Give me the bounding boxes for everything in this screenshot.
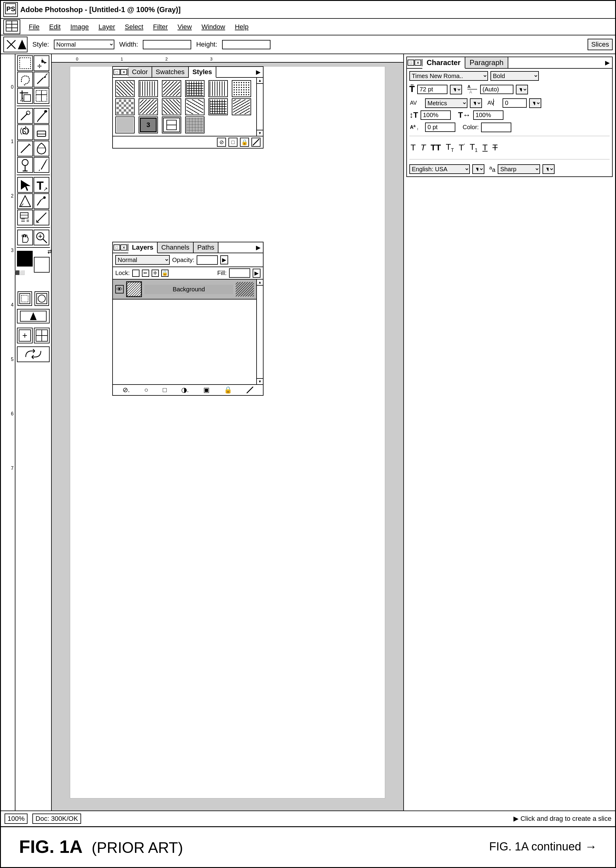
tab-swatches[interactable]: Swatches — [152, 67, 189, 78]
layer-new-btn[interactable]: ▣ — [203, 386, 210, 394]
swatch-7[interactable] — [115, 98, 135, 115]
swap-colors-icon[interactable]: ⇄ — [47, 248, 52, 255]
zoom-tool[interactable] — [34, 230, 49, 245]
char-win-box[interactable]: □ — [407, 60, 414, 66]
doc-grid-btn[interactable] — [34, 328, 50, 344]
layer-mask-btn[interactable]: ○ — [144, 386, 148, 394]
layer-diag-icon[interactable] — [247, 387, 253, 393]
char-panel-menu[interactable]: ▶ — [603, 58, 612, 67]
font-size-input[interactable] — [417, 85, 448, 94]
foreground-color-box[interactable] — [17, 251, 33, 267]
tab-channels[interactable]: Channels — [158, 242, 193, 253]
swatches-scroll-up[interactable]: ▲ — [257, 78, 263, 84]
font-style-select[interactable]: Bold — [490, 71, 539, 81]
clone-tool[interactable]: 🄢 — [17, 124, 33, 140]
screen-mode-btn[interactable] — [17, 309, 50, 323]
hand-tool[interactable] — [17, 230, 33, 245]
kerning-select[interactable]: ▼ — [529, 98, 541, 108]
path-select-tool[interactable] — [17, 177, 33, 193]
leading-select[interactable]: ▼ — [516, 85, 528, 94]
type-regular-btn[interactable]: T — [410, 143, 416, 152]
lock-all-btn[interactable]: 🔒 — [161, 270, 168, 277]
layers-win-close[interactable]: ✕ — [120, 245, 127, 251]
text-tool[interactable]: T ↗ — [34, 177, 49, 193]
quick-mask-btn[interactable] — [35, 291, 49, 306]
menu-file[interactable]: File — [28, 22, 41, 31]
layer-background-row[interactable]: 👁 Ba — [113, 279, 256, 300]
baseline-input[interactable] — [425, 122, 455, 132]
swatch-2[interactable] — [138, 80, 158, 97]
type-allcaps-btn[interactable]: TT — [431, 143, 441, 152]
marquee-tool[interactable] — [17, 55, 33, 71]
lock-position-btn[interactable]: ✛ — [152, 270, 159, 277]
swatch-14[interactable]: 3 — [138, 116, 158, 133]
measuring-tool[interactable] — [34, 210, 49, 225]
horiz-scale-input[interactable] — [473, 110, 503, 120]
standard-mode-btn[interactable] — [17, 291, 32, 306]
magic-wand-tool[interactable] — [34, 72, 49, 88]
lang-down-select[interactable]: ▼ — [472, 164, 484, 174]
type-super-btn[interactable]: T' — [459, 143, 465, 152]
kerning-input[interactable] — [503, 98, 527, 108]
move-tool[interactable]: ✛ — [34, 55, 49, 71]
menu-help[interactable]: Help — [234, 22, 250, 31]
swatches-diag-icon[interactable] — [251, 138, 261, 147]
lasso-tool[interactable] — [17, 72, 33, 88]
swatch-5[interactable] — [209, 80, 228, 97]
gradient-tool[interactable] — [17, 141, 33, 156]
tracking-select[interactable]: Metrics — [425, 98, 467, 108]
tab-paths[interactable]: Paths — [193, 242, 218, 253]
dodge-tool[interactable] — [17, 157, 33, 173]
layer-fx-btn[interactable]: ⊘. — [123, 386, 130, 394]
layer-visibility-eye[interactable]: 👁 — [115, 285, 124, 294]
eraser-tool[interactable] — [34, 124, 49, 140]
font-family-select[interactable]: Times New Roma.. — [409, 71, 488, 81]
tracking-down-select[interactable]: ▼ — [470, 98, 482, 108]
swatch-12[interactable] — [232, 98, 251, 115]
tab-color[interactable]: Color — [128, 67, 152, 78]
swatches-win-close[interactable]: ✕ — [120, 69, 127, 75]
fill-input[interactable]: 100% — [229, 268, 250, 278]
default-colors-icon[interactable]: ⬛⬜ — [14, 270, 25, 275]
style-select[interactable]: Normal — [54, 40, 115, 49]
swatch-11[interactable] — [209, 98, 228, 115]
char-win-close[interactable]: ✕ — [415, 60, 421, 66]
type-italic-btn[interactable]: T — [421, 143, 426, 152]
swatches-lock-icon[interactable]: 🔒 — [240, 138, 249, 147]
menu-image[interactable]: Image — [69, 22, 90, 31]
blend-mode-select[interactable]: Normal — [115, 255, 170, 265]
tab-character[interactable]: Character — [423, 57, 465, 69]
type-underline-btn[interactable]: T — [482, 143, 488, 152]
opacity-input[interactable]: 100% — [196, 255, 218, 265]
menu-filter[interactable]: Filter — [152, 22, 169, 31]
type-smallcaps-btn[interactable]: TT — [446, 142, 454, 153]
pen-tool[interactable] — [34, 157, 49, 173]
color-swatch[interactable] — [481, 122, 511, 132]
layer-adjust-btn[interactable]: ◑. — [181, 386, 189, 394]
shape-tool[interactable] — [17, 193, 33, 209]
menu-window[interactable]: Window — [200, 22, 226, 31]
layer-folder-btn[interactable]: □ — [163, 386, 167, 394]
crop-tool[interactable]: 4 — [17, 88, 33, 104]
menu-layer[interactable]: Layer — [97, 22, 116, 31]
swatch-13[interactable] — [115, 116, 135, 133]
background-color-box[interactable] — [34, 257, 50, 273]
new-doc-btn[interactable] — [17, 328, 33, 344]
swatch-15[interactable] — [162, 116, 181, 133]
lock-image-btn[interactable]: ✏ — [142, 270, 149, 277]
slice-tool[interactable] — [34, 88, 49, 104]
notes-tool[interactable] — [34, 193, 49, 209]
heal-tool[interactable] — [17, 108, 33, 124]
layers-scroll-up[interactable]: ▲ — [257, 279, 263, 286]
layers-win-box[interactable]: □ — [113, 245, 120, 251]
swatch-8[interactable] — [138, 98, 158, 115]
blur-tool[interactable] — [34, 141, 49, 156]
tab-paragraph[interactable]: Paragraph — [465, 57, 508, 69]
menu-view[interactable]: View — [176, 22, 193, 31]
swatches-no-icon[interactable]: ⊘ — [217, 138, 226, 147]
size-select[interactable]: ▼ — [450, 85, 462, 94]
swatch-16[interactable] — [185, 116, 204, 133]
swatches-win-box[interactable]: □ — [113, 69, 120, 75]
opacity-arrow[interactable]: ▶ — [220, 255, 228, 264]
type-strikethrough-btn[interactable]: T — [493, 143, 498, 152]
